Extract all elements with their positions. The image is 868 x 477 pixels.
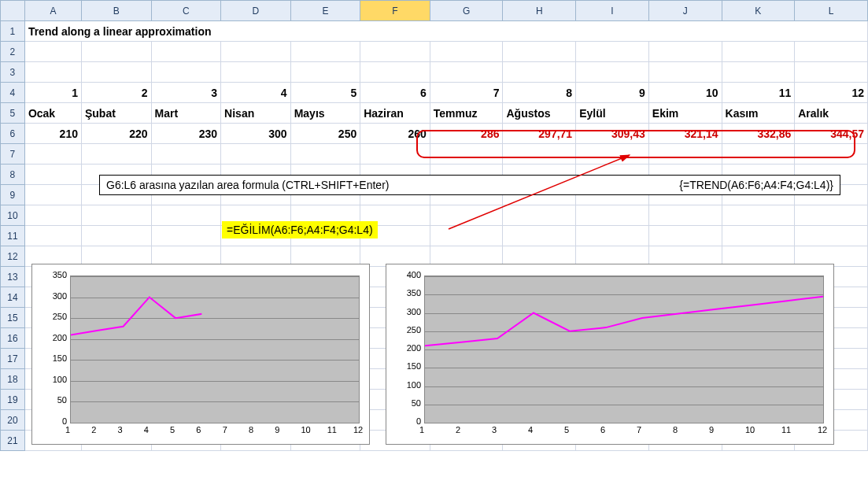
- row-header-20[interactable]: 20: [1, 410, 25, 431]
- cell-G7[interactable]: [430, 144, 503, 165]
- column-header-A[interactable]: A: [24, 1, 81, 21]
- cell-B6[interactable]: 220: [81, 124, 151, 144]
- cell-H2[interactable]: [503, 42, 576, 62]
- cell-J5[interactable]: Ekim: [648, 103, 722, 124]
- cell-A10[interactable]: [24, 205, 81, 226]
- cell-H3[interactable]: [503, 62, 576, 83]
- cell-K4[interactable]: 11: [722, 83, 795, 103]
- row-header-12[interactable]: 12: [1, 246, 25, 267]
- cell-H5[interactable]: Ağustos: [503, 103, 576, 124]
- cell-I6[interactable]: 309,43: [576, 124, 649, 144]
- column-header-L[interactable]: L: [795, 1, 868, 21]
- cell-K5[interactable]: Kasım: [722, 103, 795, 124]
- cell-H6[interactable]: 297,71: [503, 124, 576, 144]
- column-header-K[interactable]: K: [722, 1, 795, 21]
- row-header-14[interactable]: 14: [1, 287, 25, 308]
- column-header-J[interactable]: J: [648, 1, 722, 21]
- row-header-9[interactable]: 9: [1, 185, 25, 205]
- cell-B4[interactable]: 2: [81, 83, 151, 103]
- column-header-B[interactable]: B: [81, 1, 151, 21]
- cell-K7[interactable]: [722, 144, 795, 165]
- cell-A3[interactable]: [24, 62, 81, 83]
- column-header-F[interactable]: F: [360, 1, 430, 21]
- cell-B5[interactable]: Şubat: [81, 103, 151, 124]
- cell-L7[interactable]: [795, 144, 868, 165]
- cell-G4[interactable]: 7: [430, 83, 503, 103]
- cell-G2[interactable]: [430, 42, 503, 62]
- cell-I10[interactable]: [576, 205, 649, 226]
- cell-L6[interactable]: 344,57: [795, 124, 868, 144]
- cell-D3[interactable]: [221, 62, 291, 83]
- cell-C6[interactable]: 230: [151, 124, 221, 144]
- cell-A4[interactable]: 1: [24, 83, 81, 103]
- cell-A11[interactable]: [24, 226, 81, 246]
- cell-F2[interactable]: [360, 42, 430, 62]
- cell-C7[interactable]: [151, 144, 221, 165]
- row-header-4[interactable]: 4: [1, 83, 25, 103]
- column-header-D[interactable]: D: [221, 1, 291, 21]
- cell-F5[interactable]: Haziran: [360, 103, 430, 124]
- cell-J10[interactable]: [648, 205, 722, 226]
- cell-G3[interactable]: [430, 62, 503, 83]
- cell-C2[interactable]: [151, 42, 221, 62]
- cell-A9[interactable]: [24, 185, 81, 205]
- cell-A8[interactable]: [24, 165, 81, 185]
- cell-L4[interactable]: 12: [795, 83, 868, 103]
- row-header-21[interactable]: 21: [1, 431, 25, 451]
- cell-D7[interactable]: [221, 144, 291, 165]
- cell-B11[interactable]: [81, 226, 151, 246]
- cell-C3[interactable]: [151, 62, 221, 83]
- cell-C11[interactable]: [151, 226, 221, 246]
- column-header-I[interactable]: I: [576, 1, 649, 21]
- row-header-15[interactable]: 15: [1, 308, 25, 328]
- row-header-19[interactable]: 19: [1, 390, 25, 410]
- cell-H7[interactable]: [503, 144, 576, 165]
- cell-B2[interactable]: [81, 42, 151, 62]
- column-header-G[interactable]: G: [430, 1, 503, 21]
- cell-E7[interactable]: [290, 144, 360, 165]
- column-header-C[interactable]: C: [151, 1, 221, 21]
- cell-A7[interactable]: [24, 144, 81, 165]
- cell-E5[interactable]: Mayıs: [290, 103, 360, 124]
- row-header-7[interactable]: 7: [1, 144, 25, 165]
- row-header-6[interactable]: 6: [1, 124, 25, 144]
- cell-J2[interactable]: [648, 42, 722, 62]
- cell-C4[interactable]: 3: [151, 83, 221, 103]
- cell-K3[interactable]: [722, 62, 795, 83]
- cell-L11[interactable]: [795, 226, 868, 246]
- row-header-2[interactable]: 2: [1, 42, 25, 62]
- cell-E4[interactable]: 5: [290, 83, 360, 103]
- cell-I5[interactable]: Eylül: [576, 103, 649, 124]
- column-header-E[interactable]: E: [290, 1, 360, 21]
- row-header-18[interactable]: 18: [1, 369, 25, 390]
- cell-F7[interactable]: [360, 144, 430, 165]
- cell-J4[interactable]: 10: [648, 83, 722, 103]
- row-header-1[interactable]: 1: [1, 21, 25, 42]
- cell-L2[interactable]: [795, 42, 868, 62]
- cell-G10[interactable]: [430, 205, 503, 226]
- cell-F4[interactable]: 6: [360, 83, 430, 103]
- cell-E3[interactable]: [290, 62, 360, 83]
- row-header-10[interactable]: 10: [1, 205, 25, 226]
- cell-A6[interactable]: 210: [24, 124, 81, 144]
- row-header-11[interactable]: 11: [1, 226, 25, 246]
- cell-F3[interactable]: [360, 62, 430, 83]
- cell-L3[interactable]: [795, 62, 868, 83]
- cell-C10[interactable]: [151, 205, 221, 226]
- select-all-corner[interactable]: [1, 1, 25, 21]
- cell-I2[interactable]: [576, 42, 649, 62]
- cell-K6[interactable]: 332,86: [722, 124, 795, 144]
- cell-I3[interactable]: [576, 62, 649, 83]
- cell-K11[interactable]: [722, 226, 795, 246]
- column-header-H[interactable]: H: [503, 1, 576, 21]
- cell-L5[interactable]: Aralık: [795, 103, 868, 124]
- row-header-17[interactable]: 17: [1, 349, 25, 369]
- cell-A5[interactable]: Ocak: [24, 103, 81, 124]
- cell-L10[interactable]: [795, 205, 868, 226]
- cell-A2[interactable]: [24, 42, 81, 62]
- cell-J11[interactable]: [648, 226, 722, 246]
- cell-I11[interactable]: [576, 226, 649, 246]
- cell-I7[interactable]: [576, 144, 649, 165]
- cell-F6[interactable]: 260: [360, 124, 430, 144]
- cell-E2[interactable]: [290, 42, 360, 62]
